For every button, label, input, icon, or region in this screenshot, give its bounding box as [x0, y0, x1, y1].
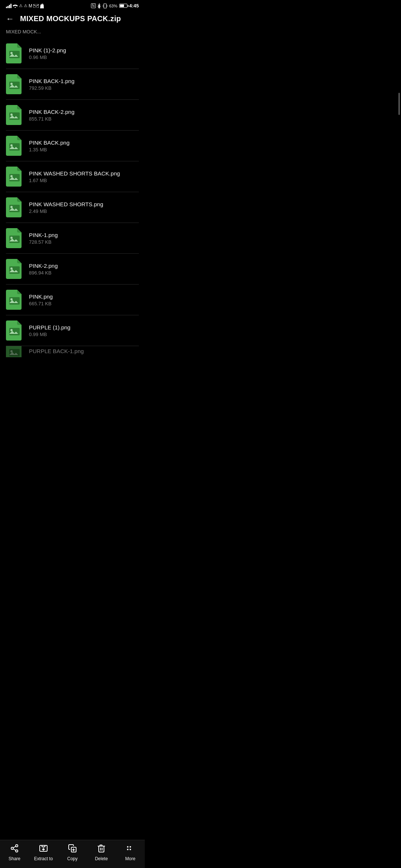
battery-percent: 63%: [109, 4, 117, 8]
file-item[interactable]: PURPLE (1).png 0.99 MB: [6, 315, 139, 346]
file-icon: [6, 167, 23, 187]
svg-point-17: [10, 237, 13, 239]
file-info: PINK BACK-2.png 855.71 KB: [29, 109, 139, 122]
file-name: PINK-2.png: [29, 263, 139, 269]
bluetooth-icon: [98, 3, 101, 9]
svg-point-15: [10, 206, 13, 208]
file-name: PINK WASHED SHORTS.png: [29, 201, 139, 207]
svg-rect-0: [33, 4, 39, 8]
file-size: 1.35 MB: [29, 147, 139, 152]
file-icon: [6, 320, 23, 341]
email-icon: [33, 4, 39, 8]
back-button[interactable]: ←: [6, 15, 14, 23]
file-name: PURPLE BACK-1.png: [29, 348, 139, 354]
file-size: 0.99 MB: [29, 332, 139, 337]
file-info: PINK-2.png 896.94 KB: [29, 263, 139, 276]
file-size: 728.57 KB: [29, 239, 139, 245]
svg-rect-1: [104, 4, 106, 8]
svg-point-23: [10, 329, 13, 331]
file-item[interactable]: PURPLE BACK-1.png: [6, 346, 139, 357]
file-icon: [6, 290, 23, 310]
file-icon: [6, 228, 23, 248]
svg-point-25: [10, 350, 13, 352]
file-list: PINK (1)-2.png 0.96 MB PINK BACK-1.png 7…: [0, 38, 145, 357]
file-name: PINK.png: [29, 293, 139, 300]
file-item[interactable]: PINK WASHED SHORTS BACK.png 1.67 MB: [6, 161, 139, 192]
file-icon: [6, 105, 23, 125]
svg-rect-6: [9, 82, 20, 89]
file-item[interactable]: PINK BACK.png 1.35 MB: [6, 131, 139, 161]
header: ← MIXED MOCKUPS PACK.zip: [0, 10, 145, 29]
file-item[interactable]: PINK (1)-2.png 0.96 MB: [6, 38, 139, 69]
file-size: 665.71 KB: [29, 301, 139, 306]
file-item[interactable]: PINK BACK-1.png 792.59 KB: [6, 69, 139, 100]
file-info: PINK-1.png 728.57 KB: [29, 232, 139, 245]
file-item[interactable]: PINK BACK-2.png 855.71 KB: [6, 100, 139, 131]
file-list-container: PINK (1)-2.png 0.96 MB PINK BACK-1.png 7…: [0, 38, 145, 391]
svg-rect-14: [9, 205, 20, 212]
file-info: PINK WASHED SHORTS.png 2.49 MB: [29, 201, 139, 214]
battery-icon: [119, 4, 127, 8]
file-item[interactable]: PINK-2.png 896.94 KB: [6, 254, 139, 285]
shopify-icon: [40, 3, 44, 9]
file-icon: [6, 136, 23, 156]
status-left: ⚠ ⚠ M: [6, 3, 44, 9]
file-name: PINK BACK-2.png: [29, 109, 139, 115]
svg-rect-24: [9, 349, 20, 356]
svg-rect-12: [9, 174, 20, 181]
file-info: PURPLE BACK-1.png: [29, 348, 139, 355]
svg-rect-20: [9, 297, 20, 305]
svg-rect-10: [9, 143, 20, 151]
svg-rect-4: [9, 51, 20, 58]
gmail-icon: M: [29, 3, 32, 9]
svg-rect-16: [9, 236, 20, 243]
wifi-icon: [13, 4, 18, 8]
file-size: 792.59 KB: [29, 85, 139, 91]
file-size: 0.96 MB: [29, 55, 139, 60]
file-info: PINK (1)-2.png 0.96 MB: [29, 47, 139, 60]
file-icon: [6, 74, 23, 94]
status-right: N 63% 4:45: [91, 3, 139, 9]
vibrate-icon: [103, 3, 107, 9]
file-name: PINK-1.png: [29, 232, 139, 238]
file-item[interactable]: PINK-1.png 728.57 KB: [6, 223, 139, 254]
status-bar: ⚠ ⚠ M N 63%: [0, 0, 145, 10]
warning-icon-2: ⚠: [24, 3, 27, 8]
file-info: PURPLE (1).png 0.99 MB: [29, 324, 139, 337]
svg-point-19: [10, 267, 13, 270]
breadcrumb: MIXED MOCK...: [0, 29, 145, 38]
page-title: MIXED MOCKUPS PACK.zip: [20, 14, 121, 23]
svg-point-21: [10, 298, 13, 300]
file-info: PINK BACK-1.png 792.59 KB: [29, 78, 139, 91]
file-icon: [6, 43, 23, 63]
file-size: 1.67 MB: [29, 178, 139, 183]
nfc-icon: N: [91, 3, 96, 8]
file-name: PURPLE (1).png: [29, 324, 139, 331]
file-item[interactable]: PINK WASHED SHORTS.png 2.49 MB: [6, 192, 139, 223]
file-size: 896.94 KB: [29, 270, 139, 276]
file-item[interactable]: PINK.png 665.71 KB: [6, 285, 139, 315]
warning-icon-1: ⚠: [19, 3, 23, 8]
signal-icon: [6, 4, 12, 8]
file-name: PINK WASHED SHORTS BACK.png: [29, 170, 139, 177]
file-name: PINK (1)-2.png: [29, 47, 139, 53]
file-name: PINK BACK.png: [29, 139, 139, 146]
file-icon: [6, 346, 23, 357]
file-info: PINK BACK.png 1.35 MB: [29, 139, 139, 152]
file-icon: [6, 259, 23, 279]
file-info: PINK.png 665.71 KB: [29, 293, 139, 306]
svg-rect-22: [9, 328, 20, 335]
file-size: 2.49 MB: [29, 208, 139, 214]
svg-rect-18: [9, 266, 20, 274]
file-name: PINK BACK-1.png: [29, 78, 139, 84]
status-time: 4:45: [129, 3, 139, 9]
file-info: PINK WASHED SHORTS BACK.png 1.67 MB: [29, 170, 139, 183]
file-icon: [6, 197, 23, 217]
svg-rect-8: [9, 112, 20, 120]
file-size: 855.71 KB: [29, 116, 139, 122]
